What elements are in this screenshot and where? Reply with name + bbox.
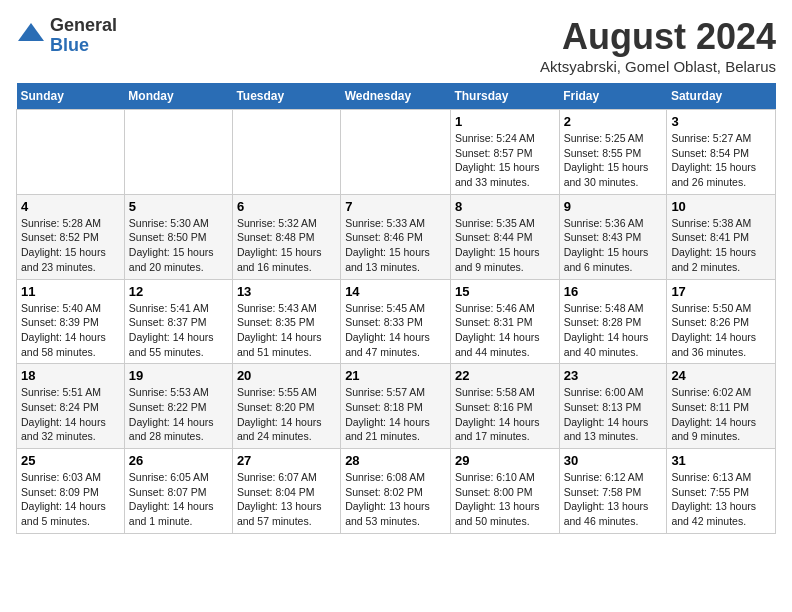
calendar-cell: 22Sunrise: 5:58 AM Sunset: 8:16 PM Dayli… <box>450 364 559 449</box>
day-number: 20 <box>237 368 336 383</box>
month-year: August 2024 <box>540 16 776 58</box>
day-info: Sunrise: 6:02 AM Sunset: 8:11 PM Dayligh… <box>671 385 771 444</box>
calendar-cell: 7Sunrise: 5:33 AM Sunset: 8:46 PM Daylig… <box>341 194 451 279</box>
day-number: 18 <box>21 368 120 383</box>
calendar-cell: 30Sunrise: 6:12 AM Sunset: 7:58 PM Dayli… <box>559 449 667 534</box>
day-info: Sunrise: 6:03 AM Sunset: 8:09 PM Dayligh… <box>21 470 120 529</box>
day-info: Sunrise: 5:48 AM Sunset: 8:28 PM Dayligh… <box>564 301 663 360</box>
calendar-cell: 16Sunrise: 5:48 AM Sunset: 8:28 PM Dayli… <box>559 279 667 364</box>
calendar-cell <box>341 110 451 195</box>
day-number: 31 <box>671 453 771 468</box>
calendar-cell <box>124 110 232 195</box>
day-info: Sunrise: 5:33 AM Sunset: 8:46 PM Dayligh… <box>345 216 446 275</box>
header: General Blue August 2024 Aktsyabrski, Go… <box>16 16 776 75</box>
week-row-1: 1Sunrise: 5:24 AM Sunset: 8:57 PM Daylig… <box>17 110 776 195</box>
day-info: Sunrise: 6:00 AM Sunset: 8:13 PM Dayligh… <box>564 385 663 444</box>
day-info: Sunrise: 5:58 AM Sunset: 8:16 PM Dayligh… <box>455 385 555 444</box>
calendar-cell: 27Sunrise: 6:07 AM Sunset: 8:04 PM Dayli… <box>232 449 340 534</box>
day-number: 23 <box>564 368 663 383</box>
calendar-cell: 1Sunrise: 5:24 AM Sunset: 8:57 PM Daylig… <box>450 110 559 195</box>
calendar-cell: 10Sunrise: 5:38 AM Sunset: 8:41 PM Dayli… <box>667 194 776 279</box>
calendar-cell <box>232 110 340 195</box>
calendar-cell: 14Sunrise: 5:45 AM Sunset: 8:33 PM Dayli… <box>341 279 451 364</box>
calendar-cell: 19Sunrise: 5:53 AM Sunset: 8:22 PM Dayli… <box>124 364 232 449</box>
day-info: Sunrise: 5:40 AM Sunset: 8:39 PM Dayligh… <box>21 301 120 360</box>
logo-icon <box>16 21 46 51</box>
weekday-header-monday: Monday <box>124 83 232 110</box>
day-number: 15 <box>455 284 555 299</box>
day-info: Sunrise: 5:28 AM Sunset: 8:52 PM Dayligh… <box>21 216 120 275</box>
day-number: 14 <box>345 284 446 299</box>
title-block: August 2024 Aktsyabrski, Gomel Oblast, B… <box>540 16 776 75</box>
logo-general: General <box>50 16 117 36</box>
day-info: Sunrise: 6:07 AM Sunset: 8:04 PM Dayligh… <box>237 470 336 529</box>
calendar-cell: 11Sunrise: 5:40 AM Sunset: 8:39 PM Dayli… <box>17 279 125 364</box>
day-info: Sunrise: 6:08 AM Sunset: 8:02 PM Dayligh… <box>345 470 446 529</box>
calendar-cell: 18Sunrise: 5:51 AM Sunset: 8:24 PM Dayli… <box>17 364 125 449</box>
calendar-cell: 29Sunrise: 6:10 AM Sunset: 8:00 PM Dayli… <box>450 449 559 534</box>
weekday-header-thursday: Thursday <box>450 83 559 110</box>
week-row-3: 11Sunrise: 5:40 AM Sunset: 8:39 PM Dayli… <box>17 279 776 364</box>
calendar-cell: 24Sunrise: 6:02 AM Sunset: 8:11 PM Dayli… <box>667 364 776 449</box>
day-info: Sunrise: 5:57 AM Sunset: 8:18 PM Dayligh… <box>345 385 446 444</box>
calendar-cell: 26Sunrise: 6:05 AM Sunset: 8:07 PM Dayli… <box>124 449 232 534</box>
day-info: Sunrise: 5:55 AM Sunset: 8:20 PM Dayligh… <box>237 385 336 444</box>
day-number: 12 <box>129 284 228 299</box>
day-number: 9 <box>564 199 663 214</box>
day-info: Sunrise: 5:27 AM Sunset: 8:54 PM Dayligh… <box>671 131 771 190</box>
calendar-cell: 3Sunrise: 5:27 AM Sunset: 8:54 PM Daylig… <box>667 110 776 195</box>
day-info: Sunrise: 5:24 AM Sunset: 8:57 PM Dayligh… <box>455 131 555 190</box>
calendar-cell: 8Sunrise: 5:35 AM Sunset: 8:44 PM Daylig… <box>450 194 559 279</box>
day-number: 7 <box>345 199 446 214</box>
calendar-table: SundayMondayTuesdayWednesdayThursdayFrid… <box>16 83 776 534</box>
day-number: 27 <box>237 453 336 468</box>
weekday-header-saturday: Saturday <box>667 83 776 110</box>
calendar-cell: 20Sunrise: 5:55 AM Sunset: 8:20 PM Dayli… <box>232 364 340 449</box>
day-number: 30 <box>564 453 663 468</box>
weekday-header-sunday: Sunday <box>17 83 125 110</box>
day-number: 13 <box>237 284 336 299</box>
day-info: Sunrise: 5:32 AM Sunset: 8:48 PM Dayligh… <box>237 216 336 275</box>
day-info: Sunrise: 5:41 AM Sunset: 8:37 PM Dayligh… <box>129 301 228 360</box>
logo: General Blue <box>16 16 117 56</box>
weekday-header-friday: Friday <box>559 83 667 110</box>
day-number: 2 <box>564 114 663 129</box>
calendar-cell: 12Sunrise: 5:41 AM Sunset: 8:37 PM Dayli… <box>124 279 232 364</box>
calendar-cell: 2Sunrise: 5:25 AM Sunset: 8:55 PM Daylig… <box>559 110 667 195</box>
day-number: 5 <box>129 199 228 214</box>
weekday-header-wednesday: Wednesday <box>341 83 451 110</box>
week-row-4: 18Sunrise: 5:51 AM Sunset: 8:24 PM Dayli… <box>17 364 776 449</box>
day-info: Sunrise: 5:35 AM Sunset: 8:44 PM Dayligh… <box>455 216 555 275</box>
day-info: Sunrise: 5:30 AM Sunset: 8:50 PM Dayligh… <box>129 216 228 275</box>
day-number: 19 <box>129 368 228 383</box>
day-info: Sunrise: 5:50 AM Sunset: 8:26 PM Dayligh… <box>671 301 771 360</box>
day-info: Sunrise: 5:51 AM Sunset: 8:24 PM Dayligh… <box>21 385 120 444</box>
day-number: 29 <box>455 453 555 468</box>
day-number: 3 <box>671 114 771 129</box>
calendar-cell: 31Sunrise: 6:13 AM Sunset: 7:55 PM Dayli… <box>667 449 776 534</box>
day-info: Sunrise: 5:38 AM Sunset: 8:41 PM Dayligh… <box>671 216 771 275</box>
week-row-5: 25Sunrise: 6:03 AM Sunset: 8:09 PM Dayli… <box>17 449 776 534</box>
day-info: Sunrise: 6:10 AM Sunset: 8:00 PM Dayligh… <box>455 470 555 529</box>
week-row-2: 4Sunrise: 5:28 AM Sunset: 8:52 PM Daylig… <box>17 194 776 279</box>
day-info: Sunrise: 5:36 AM Sunset: 8:43 PM Dayligh… <box>564 216 663 275</box>
day-number: 26 <box>129 453 228 468</box>
logo-blue-text: Blue <box>50 36 117 56</box>
day-number: 11 <box>21 284 120 299</box>
day-number: 17 <box>671 284 771 299</box>
day-info: Sunrise: 6:05 AM Sunset: 8:07 PM Dayligh… <box>129 470 228 529</box>
calendar-cell: 17Sunrise: 5:50 AM Sunset: 8:26 PM Dayli… <box>667 279 776 364</box>
location: Aktsyabrski, Gomel Oblast, Belarus <box>540 58 776 75</box>
day-number: 21 <box>345 368 446 383</box>
calendar-cell: 28Sunrise: 6:08 AM Sunset: 8:02 PM Dayli… <box>341 449 451 534</box>
day-info: Sunrise: 5:46 AM Sunset: 8:31 PM Dayligh… <box>455 301 555 360</box>
day-number: 6 <box>237 199 336 214</box>
day-info: Sunrise: 5:43 AM Sunset: 8:35 PM Dayligh… <box>237 301 336 360</box>
day-number: 10 <box>671 199 771 214</box>
day-info: Sunrise: 5:25 AM Sunset: 8:55 PM Dayligh… <box>564 131 663 190</box>
calendar-cell: 15Sunrise: 5:46 AM Sunset: 8:31 PM Dayli… <box>450 279 559 364</box>
calendar-cell: 13Sunrise: 5:43 AM Sunset: 8:35 PM Dayli… <box>232 279 340 364</box>
calendar-cell: 9Sunrise: 5:36 AM Sunset: 8:43 PM Daylig… <box>559 194 667 279</box>
day-number: 8 <box>455 199 555 214</box>
day-number: 1 <box>455 114 555 129</box>
